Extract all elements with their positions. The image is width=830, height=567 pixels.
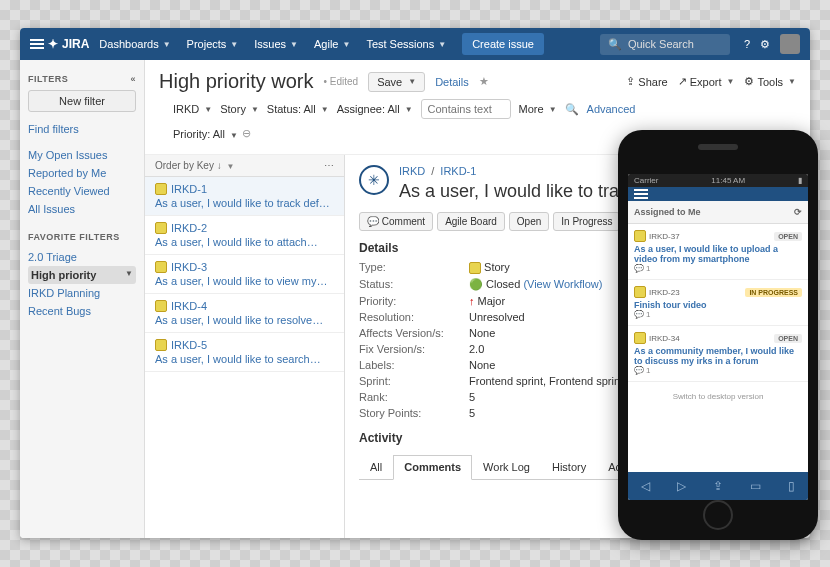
settings-icon[interactable]: ⚙ [760,38,770,51]
page-title: High priority work [159,70,313,93]
edited-label: • Edited [323,76,358,87]
export-button[interactable]: ↗ Export ▼ [678,75,735,88]
save-button[interactable]: Save▼ [368,72,425,92]
tab-comments[interactable]: Comments [393,455,472,480]
story-icon [155,222,167,234]
menu-icon[interactable] [30,43,44,45]
bc-project[interactable]: IRKD [399,165,425,177]
refresh-icon[interactable]: ⟳ [794,207,802,217]
filter-project[interactable]: IRKD▼ [173,103,212,115]
mobile-header [628,187,808,201]
field-label: Status: [359,278,459,291]
filter-reported[interactable]: Reported by Me [28,164,136,182]
remove-filter-icon[interactable]: ⊖ [242,127,251,140]
open-button[interactable]: Open [509,212,549,231]
issue-item[interactable]: IRKD-2 As a user, I would like to attach… [145,216,344,255]
filter-assignee[interactable]: Assignee: All▼ [337,103,413,115]
collapse-icon[interactable]: « [130,74,136,84]
mobile-phone: Carrier11:45 AM▮ Assigned to Me⟳ IRKD-37… [618,130,818,540]
field-label: Rank: [359,391,459,403]
issue-item[interactable]: IRKD-4 As a user, I would like to resolv… [145,294,344,333]
list-order[interactable]: Order by Key ↓ ▼⋯ [145,155,344,177]
field-label: Story Points: [359,407,459,419]
filter-all[interactable]: All Issues [28,200,136,218]
story-icon [155,339,167,351]
tab-worklog[interactable]: Work Log [472,455,541,479]
nav-issues[interactable]: Issues▼ [248,34,304,54]
search-icon[interactable]: 🔍 [565,103,579,116]
nav-agile[interactable]: Agile▼ [308,34,356,54]
fav-bugs[interactable]: Recent Bugs [28,302,136,320]
favorite-filters-heading: FAVORITE FILTERS [28,232,136,242]
new-filter-button[interactable]: New filter [28,90,136,112]
chevron-down-icon[interactable]: ▼ [125,269,133,281]
filters-heading: FILTERS« [28,74,136,84]
user-avatar[interactable] [780,34,800,54]
breadcrumb: IRKD / IRKD-1 [399,165,637,177]
mobile-status-bar: Carrier11:45 AM▮ [628,174,808,187]
nav-projects[interactable]: Projects▼ [181,34,245,54]
bookmarks-icon[interactable]: ▭ [750,479,761,493]
list-options-icon[interactable]: ⋯ [324,160,334,171]
mobile-page-title: Assigned to Me⟳ [628,201,808,224]
filters-sidebar: FILTERS« New filter Find filters My Open… [20,60,145,538]
filter-my-open[interactable]: My Open Issues [28,146,136,164]
issue-list: Order by Key ↓ ▼⋯ IRKD-1 As a user, I wo… [145,155,345,538]
back-icon[interactable]: ◁ [641,479,650,493]
desktop-link[interactable]: Switch to desktop version [628,382,808,411]
in-progress-button[interactable]: In Progress [553,212,620,231]
quick-search-input[interactable] [628,38,718,50]
field-label: Labels: [359,359,459,371]
bc-key[interactable]: IRKD-1 [440,165,476,177]
mobile-issue-item[interactable]: IRKD-34OPEN As a community member, I wou… [628,326,808,382]
forward-icon[interactable]: ▷ [677,479,686,493]
comment-count: 💬 1 [634,310,802,319]
top-nav: ✦ JIRA Dashboards▼ Projects▼ Issues▼ Agi… [20,28,810,60]
details-link[interactable]: Details [435,76,469,88]
field-label: Priority: [359,295,459,307]
tools-button[interactable]: ⚙ Tools ▼ [744,75,796,88]
story-icon [155,183,167,195]
field-label: Type: [359,261,459,274]
issue-item[interactable]: IRKD-1 As a user, I would like to track … [145,177,344,216]
story-icon [155,261,167,273]
fav-high-priority[interactable]: High priority▼ [28,266,136,284]
tab-history[interactable]: History [541,455,597,479]
create-issue-button[interactable]: Create issue [462,33,544,55]
comment-count: 💬 1 [634,366,802,375]
issue-summary: As a user, I would like to track [399,181,637,202]
filter-type[interactable]: Story▼ [220,103,259,115]
fav-planning[interactable]: IRKD Planning [28,284,136,302]
field-label: Sprint: [359,375,459,387]
quick-search[interactable]: 🔍 [600,34,730,55]
advanced-link[interactable]: Advanced [587,103,636,115]
star-icon[interactable]: ★ [479,75,489,88]
tabs-icon[interactable]: ▯ [788,479,795,493]
tab-all[interactable]: All [359,455,393,479]
project-avatar-icon: ✳ [359,165,389,195]
nav-test-sessions[interactable]: Test Sessions▼ [360,34,452,54]
view-workflow-link[interactable]: (View Workflow) [523,278,602,290]
share-icon[interactable]: ⇪ [713,479,723,493]
fav-triage[interactable]: 2.0 Triage [28,248,136,266]
mobile-issue-item[interactable]: IRKD-37OPEN As a user, I would like to u… [628,224,808,280]
find-filters-link[interactable]: Find filters [28,120,136,138]
issue-item[interactable]: IRKD-3 As a user, I would like to view m… [145,255,344,294]
mobile-issue-item[interactable]: IRKD-23IN PROGRESS Finish tour video 💬 1 [628,280,808,326]
comment-button[interactable]: 💬 Comment [359,212,433,231]
share-button[interactable]: ⇪ Share [626,75,667,88]
help-icon[interactable]: ? [744,38,750,50]
issue-item[interactable]: IRKD-5 As a user, I would like to search… [145,333,344,372]
nav-dashboards[interactable]: Dashboards▼ [93,34,176,54]
mobile-browser-bar: ◁ ▷ ⇪ ▭ ▯ [628,472,808,500]
agile-board-button[interactable]: Agile Board [437,212,505,231]
filter-recent[interactable]: Recently Viewed [28,182,136,200]
filter-priority[interactable]: Priority: All ▼ [173,128,238,140]
mobile-screen: Carrier11:45 AM▮ Assigned to Me⟳ IRKD-37… [628,174,808,500]
filter-more[interactable]: More▼ [519,103,557,115]
filter-status[interactable]: Status: All▼ [267,103,329,115]
filter-text-input[interactable] [421,99,511,119]
jira-logo[interactable]: ✦ JIRA [48,37,89,51]
comment-count: 💬 1 [634,264,802,273]
mobile-menu-icon[interactable] [634,193,648,195]
